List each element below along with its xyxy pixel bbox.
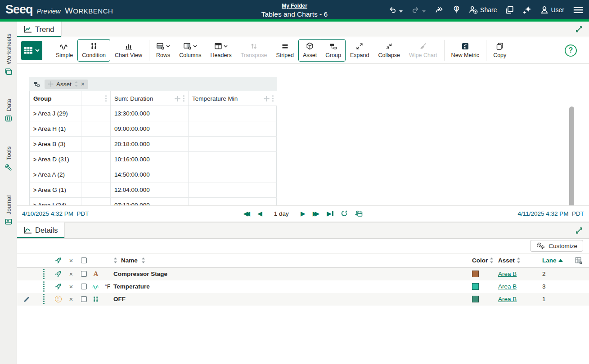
table-scrollbar[interactable] — [569, 107, 574, 205]
headers-button[interactable]: Headers — [206, 39, 236, 62]
copy-button[interactable]: Copy — [489, 39, 511, 62]
asset-link[interactable]: Area B — [498, 296, 517, 302]
details-expand-button[interactable] — [576, 227, 583, 234]
trend-expand-button[interactable] — [576, 26, 583, 33]
range-end[interactable]: 4/11/2025 4:32 PM PDT — [517, 210, 584, 217]
simple-button[interactable]: Simple — [51, 39, 77, 62]
column-header-group[interactable]: Group — [30, 91, 81, 106]
condition-button[interactable]: Condition — [77, 39, 110, 62]
group-button[interactable]: Group — [321, 39, 346, 62]
table-row-group-cell[interactable]: >Area J (29) — [30, 106, 81, 121]
wipe-chart-button[interactable]: Wipe Chart — [405, 39, 442, 62]
remove-item-icon[interactable]: × — [65, 283, 77, 290]
remove-item-icon[interactable]: × — [65, 296, 77, 302]
row-expand-icon[interactable]: > — [33, 110, 36, 118]
redo-caret-icon[interactable] — [422, 10, 426, 13]
column-header-blank[interactable] — [81, 91, 111, 106]
asset-link[interactable]: Area B — [498, 283, 517, 290]
color-swatch[interactable] — [472, 271, 479, 277]
details-row-off[interactable]: ! × OFF Area B 1 — [17, 293, 589, 306]
scrollbar-thumb[interactable] — [569, 107, 574, 205]
remove-item-icon[interactable]: × — [65, 271, 77, 277]
table-view-dropdown-button[interactable] — [21, 41, 42, 60]
row-expand-icon[interactable]: > — [33, 201, 36, 205]
sort-icon[interactable] — [141, 257, 145, 263]
range-duration[interactable]: 1 day — [274, 210, 289, 217]
color-swatch[interactable] — [472, 296, 479, 302]
row-checkbox[interactable] — [81, 271, 87, 277]
tab-details[interactable]: Details — [17, 222, 65, 238]
send-to-tool-icon[interactable] — [51, 283, 65, 290]
step-to-end-button[interactable]: ▶ — [327, 210, 333, 217]
refresh-button[interactable] — [341, 210, 348, 217]
row-expand-icon[interactable]: > — [33, 155, 36, 164]
breadcrumb-my-folder[interactable]: My Folder — [282, 3, 307, 9]
sidebar-item-journal[interactable]: Journal — [0, 189, 17, 232]
item-name[interactable]: OFF — [113, 296, 472, 302]
row-expand-icon[interactable]: > — [33, 186, 36, 194]
drag-handle-icon[interactable] — [43, 269, 45, 279]
send-all-to-tool-icon[interactable] — [51, 257, 65, 264]
remove-all-icon[interactable]: × — [65, 257, 77, 264]
color-swatch[interactable] — [472, 283, 479, 290]
asset-group-chip[interactable]: Asset × — [45, 80, 88, 89]
striped-button[interactable]: Striped — [271, 39, 298, 62]
help-button[interactable]: ? — [565, 44, 577, 57]
table-row-group-cell[interactable]: >Area D (31) — [30, 152, 81, 167]
asset-button[interactable]: Asset — [298, 39, 321, 62]
undo-button[interactable] — [388, 6, 403, 13]
columns-button[interactable]: Columns — [175, 39, 206, 62]
table-row-group-cell[interactable]: >Area G (1) — [30, 182, 81, 198]
chip-remove-icon[interactable]: × — [81, 81, 85, 87]
step-forward-fast-button[interactable]: ▶▶ — [313, 210, 320, 217]
send-to-tool-icon[interactable] — [51, 271, 65, 277]
row-expand-icon[interactable]: > — [33, 125, 36, 133]
sort-icon[interactable] — [113, 257, 117, 263]
value-capture-button[interactable]: $ — [453, 5, 460, 14]
edit-item-button[interactable] — [17, 296, 36, 302]
item-name[interactable]: Temperature — [113, 283, 472, 290]
customize-button[interactable]: Customize — [530, 240, 583, 252]
move-icon[interactable] — [175, 96, 180, 102]
warning-status-icon[interactable]: ! — [51, 296, 65, 302]
expand-button[interactable]: Expand — [346, 39, 373, 62]
step-back-button[interactable]: ◀ — [257, 210, 262, 217]
tab-trend[interactable]: Trend — [17, 22, 62, 37]
table-row-group-cell[interactable]: >Area H (1) — [30, 121, 81, 137]
table-row-group-cell[interactable]: >Area A (2) — [30, 167, 81, 182]
step-forward-button[interactable]: ▶ — [301, 210, 306, 217]
chart-view-button[interactable]: Chart View — [110, 39, 147, 62]
undo-caret-icon[interactable] — [399, 10, 403, 13]
details-row-temperature[interactable]: × °F Temperature Area B 3 — [17, 280, 589, 293]
user-menu-button[interactable]: User — [540, 6, 564, 14]
sidebar-item-data[interactable]: Data — [0, 93, 17, 129]
main-menu-button[interactable] — [573, 6, 584, 14]
move-icon[interactable] — [264, 96, 270, 102]
column-header-duration[interactable]: Sum: Duration — [111, 91, 189, 106]
item-name[interactable]: Compressor Stage — [113, 271, 472, 277]
forward-history-button[interactable] — [434, 6, 444, 13]
rows-button[interactable]: Rows — [152, 39, 175, 62]
collapse-button[interactable]: Collapse — [373, 39, 405, 62]
worksheets-overview-button[interactable] — [505, 6, 514, 14]
copy-range-button[interactable] — [355, 210, 363, 217]
redo-button[interactable] — [411, 6, 426, 13]
details-row-compressor-stage[interactable]: × A Compressor Stage Area B 2 — [17, 268, 589, 280]
table-row-group-cell[interactable]: >Area B (3) — [30, 137, 81, 152]
select-all-checkbox[interactable] — [81, 257, 87, 263]
add-column-button[interactable] — [568, 257, 589, 264]
drag-handle-icon[interactable] — [43, 281, 45, 292]
kebab-icon[interactable] — [272, 95, 274, 102]
drag-handle-icon[interactable] — [43, 294, 45, 304]
sidebar-item-tools[interactable]: Tools — [0, 140, 17, 177]
sidebar-item-worksheets[interactable]: Worksheets — [0, 28, 17, 81]
details-column-name[interactable]: Name — [113, 257, 472, 264]
range-start[interactable]: 4/10/2025 4:32 PM PDT — [22, 210, 89, 217]
column-header-temperature[interactable]: Temperature Min — [189, 91, 277, 106]
kebab-icon[interactable] — [183, 95, 184, 102]
row-checkbox[interactable] — [81, 296, 87, 302]
details-column-color[interactable]: Color — [472, 257, 498, 264]
new-metric-button[interactable]: New Metric — [447, 39, 484, 62]
table-row-group-cell[interactable]: >Area I (24) — [30, 198, 81, 205]
sort-icon[interactable] — [517, 257, 521, 263]
